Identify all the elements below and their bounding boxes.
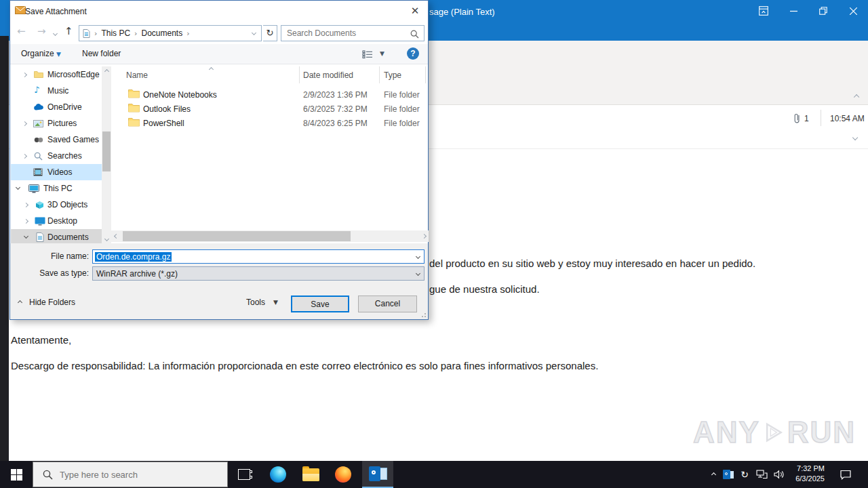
help-button[interactable]: ?	[407, 47, 419, 60]
scrollbar-thumb[interactable]	[102, 131, 111, 171]
file-row-date[interactable]: 8/4/2023 6:25 PM	[303, 119, 368, 128]
taskbar-file-explorer-button[interactable]	[296, 461, 326, 488]
up-button[interactable]: ↑	[64, 25, 73, 37]
recent-locations-chevron-icon[interactable]	[53, 31, 58, 36]
attachment-count[interactable]: 1	[804, 114, 809, 123]
sidebar-item-videos[interactable]: Videos	[11, 164, 102, 180]
tools-dropdown-icon[interactable]: ▼	[273, 299, 278, 306]
sidebar-item-label: Searches	[47, 151, 82, 161]
column-header-date-modified[interactable]: Date modified	[303, 70, 353, 80]
sidebar-item-3d-objects[interactable]: 3D Objects	[11, 197, 102, 213]
expander-chevron-icon[interactable]	[22, 121, 27, 125]
sidebar-item-microsoftedge[interactable]: MicrosoftEdge	[11, 66, 102, 83]
column-divider[interactable]	[425, 66, 426, 83]
start-button[interactable]	[0, 461, 33, 488]
scrollbar-thumb[interactable]	[123, 231, 351, 241]
organize-button[interactable]: Organize ▼	[21, 49, 61, 58]
restore-button[interactable]	[808, 0, 838, 22]
file-name-value[interactable]: Orden.de.compra.gz	[95, 252, 172, 262]
expander-chevron-icon[interactable]	[24, 234, 28, 239]
file-name-dropdown-chevron-icon[interactable]	[416, 254, 420, 259]
ribbon-collapse-chevron-icon[interactable]	[854, 94, 860, 100]
save-as-type-dropdown-chevron-icon[interactable]	[416, 271, 420, 276]
file-row-date[interactable]: 6/3/2025 7:32 PM	[303, 104, 368, 114]
sidebar-item-onedrive[interactable]: OneDrive	[11, 99, 102, 115]
tray-outlook-button[interactable]	[720, 461, 736, 488]
action-center-button[interactable]	[834, 461, 857, 488]
3d-objects-cube-icon	[35, 201, 44, 209]
tray-network-button[interactable]	[753, 461, 770, 488]
taskbar-firefox-button[interactable]	[328, 461, 358, 488]
file-row-type[interactable]: File folder	[384, 119, 420, 128]
file-name-combobox[interactable]: Orden.de.compra.gz	[92, 249, 425, 264]
search-box[interactable]	[281, 25, 425, 41]
new-folder-button[interactable]: New folder	[82, 49, 121, 58]
expander-chevron-icon[interactable]	[24, 218, 28, 223]
column-divider[interactable]	[299, 66, 300, 83]
file-row-name[interactable]: Outlook Files	[143, 104, 191, 114]
scroll-down-button[interactable]	[102, 234, 111, 243]
refresh-button[interactable]: ↻	[263, 25, 277, 41]
tray-show-hidden-icons-button[interactable]	[705, 461, 722, 488]
file-row-name[interactable]: OneNote Notebooks	[143, 90, 217, 100]
search-input[interactable]	[287, 26, 409, 40]
dialog-close-button[interactable]: ✕	[409, 5, 421, 17]
sidebar-item-music[interactable]: ♪ Music	[11, 83, 102, 99]
scroll-up-button[interactable]	[102, 66, 111, 76]
file-row-date[interactable]: 2/9/2023 1:36 PM	[303, 90, 368, 100]
scroll-right-button[interactable]	[419, 230, 429, 242]
taskbar-search-box[interactable]	[33, 462, 228, 487]
close-window-button[interactable]	[838, 0, 868, 22]
taskbar-outlook-button[interactable]	[362, 461, 393, 488]
taskbar-search-input[interactable]	[60, 470, 202, 480]
envelope-icon	[15, 6, 26, 14]
file-row-name[interactable]: PowerShell	[143, 119, 184, 128]
file-row-type[interactable]: File folder	[384, 90, 420, 100]
expander-chevron-icon[interactable]	[22, 153, 27, 158]
view-mode-dropdown-icon[interactable]: ▼	[380, 50, 384, 57]
sidebar-item-this-pc[interactable]: This PC	[11, 180, 102, 197]
hide-folders-button[interactable]: Hide Folders	[29, 298, 75, 307]
cancel-button[interactable]: Cancel	[358, 296, 417, 312]
column-header-name[interactable]: Name	[126, 70, 148, 80]
taskbar-clock-date[interactable]: 6/3/2025	[789, 474, 825, 483]
breadcrumb-documents[interactable]: Documents	[142, 28, 183, 38]
ribbon-display-options-button[interactable]	[749, 0, 778, 22]
file-row-type[interactable]: File folder	[384, 104, 420, 114]
address-dropdown-chevron-icon[interactable]	[252, 30, 256, 35]
task-view-button[interactable]	[228, 461, 260, 488]
sidebar-item-pictures[interactable]: Pictures	[11, 115, 102, 131]
header-expand-chevron-icon[interactable]	[852, 135, 859, 141]
tools-button[interactable]: Tools	[246, 298, 265, 307]
back-button[interactable]: ←	[17, 25, 26, 37]
tray-sync-button[interactable]: ↻	[736, 461, 753, 488]
expander-chevron-icon[interactable]	[24, 202, 28, 207]
save-as-type-combobox[interactable]: WinRAR archive (*.gz)	[92, 266, 425, 281]
folder-icon	[128, 117, 140, 129]
sidebar-scrollbar[interactable]	[102, 66, 111, 243]
resize-grip[interactable]	[420, 311, 426, 317]
sidebar-item-desktop[interactable]: Desktop	[11, 213, 102, 229]
taskbar-edge-button[interactable]	[263, 461, 293, 488]
file-list-scrollbar[interactable]	[111, 230, 429, 242]
pictures-icon	[33, 120, 43, 127]
expander-chevron-icon[interactable]	[22, 72, 27, 77]
view-mode-button[interactable]	[362, 50, 373, 61]
taskbar-clock-time[interactable]: 7:32 PM	[789, 464, 825, 472]
column-divider[interactable]	[379, 66, 380, 83]
sidebar-item-saved-games[interactable]: Saved Games	[11, 131, 102, 148]
tray-volume-button[interactable]	[770, 461, 788, 488]
minimize-button[interactable]	[778, 0, 808, 22]
scroll-left-button[interactable]	[111, 230, 121, 242]
address-bar[interactable]: › This PC › Documents ›	[79, 25, 262, 41]
breadcrumb-this-pc[interactable]: This PC	[101, 28, 130, 38]
save-button[interactable]: Save	[291, 296, 349, 312]
sidebar-item-label: Music	[47, 86, 68, 96]
column-header-type[interactable]: Type	[384, 70, 401, 80]
sidebar-item-searches[interactable]: Searches	[11, 148, 102, 164]
forward-button[interactable]: →	[37, 25, 46, 37]
file-name-label: File name:	[14, 251, 89, 261]
documents-icon	[36, 232, 44, 242]
expander-chevron-icon[interactable]	[16, 185, 20, 190]
action-center-icon	[840, 470, 852, 480]
